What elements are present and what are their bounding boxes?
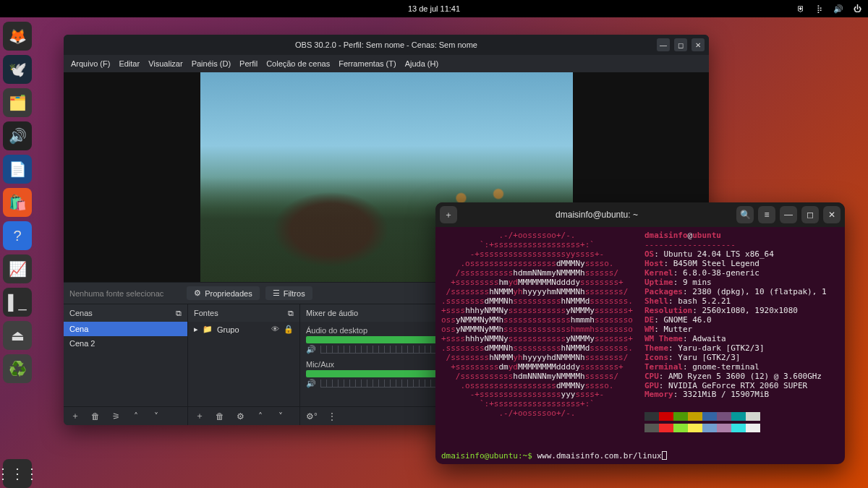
panel-mixer-title: Mixer de áudio <box>306 309 358 317</box>
terminal-title: dmaisinfo@ubuntu: ~ <box>461 210 732 220</box>
lock-icon[interactable]: 🔒 <box>284 325 294 334</box>
propriedades-button[interactable]: ⚙ Propriedades <box>187 286 259 300</box>
dock-software[interactable]: 🛍️ <box>3 188 32 217</box>
menu-visualizar[interactable]: Visualizar <box>148 59 183 68</box>
hamburger-button[interactable]: ≡ <box>758 206 775 223</box>
obs-title: OBS 30.2.0 - Perfil: Sem nome - Cenas: S… <box>295 40 477 49</box>
maximize-button[interactable]: ◻ <box>674 38 687 51</box>
menu-perfil[interactable]: Perfil <box>239 59 258 68</box>
menu-arquivo[interactable]: Arquivo (F) <box>71 59 110 68</box>
remove-scene-button[interactable]: 🗑 <box>88 409 103 424</box>
source-item[interactable]: ▸ 📁 Grupo 👁 🔒 <box>188 322 299 337</box>
close-button[interactable]: ✕ <box>823 206 841 223</box>
terminal-window: ＋ dmaisinfo@ubuntu: ~ 🔍 ≡ — ◻ ✕ .-/+ooss… <box>435 202 845 464</box>
folder-icon: 📁 <box>203 325 213 334</box>
terminal-prompt: dmaisinfo@ubuntu:~$ www.dmaisinfo.com.br… <box>441 451 839 461</box>
source-down-button[interactable]: ˅ <box>273 409 288 424</box>
panel-cenas-title: Cenas <box>69 309 93 317</box>
source-up-button[interactable]: ˄ <box>253 409 268 424</box>
neofetch-output: .-/+oossssoo+/-. `:+ssssssssssssssssss+:… <box>441 231 839 432</box>
dock-thunderbird[interactable]: 🕊️ <box>3 55 32 84</box>
neofetch-info: dmaisinfo@ubuntu ------------------- OS:… <box>644 231 827 432</box>
add-scene-button[interactable]: ＋ <box>68 409 82 424</box>
mixer-settings-button[interactable]: ⚙° <box>305 409 319 424</box>
maximize-button[interactable]: ◻ <box>801 206 819 223</box>
panel-cenas: Cenas ⧉ Cena Cena 2 ＋ 🗑 ⚞ ˄ ˅ <box>64 304 188 425</box>
menu-ajuda[interactable]: Ajuda (H) <box>405 59 438 68</box>
system-tray: ⛨ ⡷ 🔊 ⏻ <box>796 4 862 14</box>
menu-paineis[interactable]: Painéis (D) <box>192 59 231 68</box>
minimize-button[interactable]: — <box>780 206 797 223</box>
speaker-icon[interactable]: 🔊 <box>306 345 316 354</box>
scenes-list: Cena Cena 2 <box>64 322 187 406</box>
volume-icon[interactable]: 🔊 <box>833 4 843 14</box>
panel-fontes: Fontes ⧉ ▸ 📁 Grupo 👁 🔒 ＋ 🗑 ⚙ ˄ <box>188 304 300 425</box>
gnome-topbar: 13 de jul 11:41 ⛨ ⡷ 🔊 ⏻ <box>0 0 868 17</box>
filtros-button[interactable]: ☰ Filtros <box>265 286 312 300</box>
obs-titlebar[interactable]: OBS 30.2.0 - Perfil: Sem nome - Cenas: S… <box>64 35 709 55</box>
network-icon[interactable]: ⡷ <box>814 4 825 14</box>
dock-rhythmbox[interactable]: 🔊 <box>3 121 32 150</box>
dock-trash[interactable]: ♻️ <box>3 354 32 383</box>
power-icon[interactable]: ⏻ <box>852 4 862 14</box>
new-tab-button[interactable]: ＋ <box>440 206 457 223</box>
menu-colecao[interactable]: Coleção de cenas <box>266 59 330 68</box>
gear-icon: ⚙ <box>194 288 201 298</box>
panel-detach-icon[interactable]: ⧉ <box>176 309 182 318</box>
menu-editar[interactable]: Editar <box>119 59 140 68</box>
dock-help[interactable]: ? <box>3 221 32 250</box>
scene-filter-button[interactable]: ⚞ <box>109 409 123 424</box>
add-source-button[interactable]: ＋ <box>192 409 207 424</box>
scene-down-button[interactable]: ˅ <box>149 409 163 424</box>
dock: 🦊 🕊️ 🗂️ 🔊 📄 🛍️ ? 📈 ▌_ ⏏ ♻️ ⋮⋮⋮ <box>0 17 35 488</box>
color-swatches <box>644 424 827 432</box>
source-settings-button[interactable]: ⚙ <box>233 409 247 424</box>
terminal-titlebar[interactable]: ＋ dmaisinfo@ubuntu: ~ 🔍 ≡ — ◻ ✕ <box>435 202 845 227</box>
shield-icon[interactable]: ⛨ <box>796 4 806 14</box>
chevron-right-icon: ▸ <box>194 325 198 334</box>
dock-files[interactable]: 🗂️ <box>3 88 32 117</box>
panel-detach-icon[interactable]: ⧉ <box>288 309 294 318</box>
terminal-body[interactable]: .-/+oossssoo+/-. `:+ssssssssssssssssss+:… <box>435 227 845 464</box>
scene-up-button[interactable]: ˄ <box>129 409 143 424</box>
dock-terminal[interactable]: ▌_ <box>3 288 32 317</box>
remove-source-button[interactable]: 🗑 <box>213 409 227 424</box>
scene-item[interactable]: Cena <box>64 322 187 336</box>
speaker-icon[interactable]: 🔊 <box>306 379 316 388</box>
ubuntu-ascii-logo: .-/+oossssoo+/-. `:+ssssssssssssssssss+:… <box>441 231 633 432</box>
color-swatches <box>644 412 827 421</box>
filter-icon: ☰ <box>273 288 280 298</box>
search-button[interactable]: 🔍 <box>736 206 754 223</box>
cursor-icon <box>662 451 667 460</box>
clock[interactable]: 13 de jul 11:41 <box>408 4 460 13</box>
obs-menubar: Arquivo (F) Editar Visualizar Painéis (D… <box>64 55 709 72</box>
panel-fontes-title: Fontes <box>194 309 218 317</box>
dock-usb[interactable]: ⏏ <box>3 321 32 350</box>
dock-show-apps[interactable]: ⋮⋮⋮ <box>3 459 32 488</box>
close-button[interactable]: ✕ <box>692 38 705 51</box>
scene-item[interactable]: Cena 2 <box>64 336 187 351</box>
eye-icon[interactable]: 👁 <box>271 325 279 334</box>
minimize-button[interactable]: — <box>657 38 670 51</box>
mixer-menu-button[interactable]: ⋮ <box>325 409 339 424</box>
menu-ferramentas[interactable]: Ferramentas (T) <box>339 59 396 68</box>
no-source-label: Nenhuma fonte selecionac <box>69 289 163 298</box>
dock-libreoffice[interactable]: 📄 <box>3 155 32 184</box>
dock-monitor[interactable]: 📈 <box>3 254 32 283</box>
dock-firefox[interactable]: 🦊 <box>3 22 32 51</box>
